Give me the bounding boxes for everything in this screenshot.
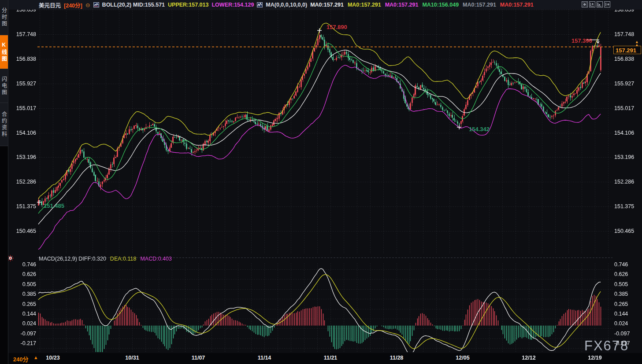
annotation-peak-high: 157.890 (327, 24, 347, 30)
boll-lower-value: LOWER:154.129 (212, 2, 254, 8)
price-tick-left: 153.196 (9, 154, 36, 160)
annotation-last-high: 157.396 (571, 37, 592, 44)
symbol-title: 美元日元 (39, 1, 61, 9)
macd-tick-right: -0.097 (614, 331, 630, 337)
collapse-icon[interactable]: ⊖ (85, 2, 90, 8)
macd-tick-left: 0.385 (9, 291, 36, 297)
ma-group-label: MA(0,0,0,10,0,0) (266, 2, 307, 8)
price-tick-left: 156.838 (9, 56, 36, 62)
price-tick-left: 154.106 (9, 130, 36, 136)
trading-app: 分时图K线图闪电图合约资料 美元日元 [240分] ⊖ BOLL(20,2) M… (0, 0, 642, 364)
macd-tick-right: 0.385 (614, 291, 628, 297)
ma-value-1: MA0:157.291 (310, 2, 344, 8)
fit-vertical-icon[interactable] (589, 1, 595, 7)
date-tick: 10/31 (125, 355, 139, 361)
macd-tick-left: 0.505 (9, 281, 36, 287)
chart-canvas[interactable] (0, 0, 642, 364)
macd-tick-right: 0.144 (614, 311, 628, 317)
date-tick: 10/23 (46, 355, 59, 361)
date-tick: 11/21 (324, 355, 338, 361)
price-tick-right: 153.196 (614, 154, 634, 160)
sidebar-tab-4[interactable]: 合约资料 (0, 103, 8, 146)
macd-tick-left: -0.097 (9, 331, 36, 337)
boll-label: BOLL(20,2) MID:155.571 (102, 2, 165, 8)
ma-indicator-icon[interactable] (257, 2, 263, 7)
boll-upper-value: UPPER:157.013 (168, 2, 208, 8)
chart-header: 美元日元 [240分] ⊖ BOLL(20,2) MID:155.571 UPP… (8, 0, 642, 10)
macd-name: MACD(26,12,9) DIFF:0.320 (39, 256, 106, 262)
sidebar: 分时图K线图闪电图合约资料 (0, 0, 8, 364)
ma-value-6: MA0:157.291 (500, 2, 534, 8)
window-controls (582, 1, 610, 7)
macd-tick-left: -0.217 (9, 340, 36, 346)
price-tick-right: 151.375 (614, 203, 634, 210)
annotation-trough-low: 154.342 (469, 126, 490, 132)
price-tick-right: 155.927 (614, 81, 634, 87)
macd-dea-value: DEA:0.118 (110, 256, 137, 262)
layout-grid-icon[interactable] (582, 1, 588, 7)
ma-value-4: MA10:156.049 (422, 2, 459, 8)
macd-hist-value: MACD:0.403 (140, 256, 172, 262)
price-tick-left: 155.927 (9, 81, 36, 87)
boll-indicator-icon[interactable] (93, 2, 99, 7)
period-label: [240分] (64, 1, 82, 9)
sidebar-tab-2[interactable]: K线图 (0, 35, 8, 69)
annotation-start-low: 151.485 (44, 202, 64, 209)
price-tick-left: 152.286 (9, 179, 36, 185)
footer-period-label[interactable]: 240分 (13, 355, 29, 363)
macd-tick-right: 0.024 (614, 320, 628, 327)
macd-tick-right: 0.505 (614, 281, 628, 287)
footer-period-arrow[interactable]: ▲ (33, 355, 38, 360)
fit-horizontal-icon[interactable] (597, 1, 603, 7)
date-tick: 12/12 (522, 355, 535, 361)
ma-values: MA0:157.291MA0:157.291MA0:157.291MA10:15… (310, 2, 533, 8)
ma-value-3: MA0:157.291 (385, 2, 419, 8)
macd-header: MACD(26,12,9) DIFF:0.320 DEA:0.118 MACD:… (39, 256, 172, 262)
macd-tick-left: 0.024 (9, 320, 36, 327)
date-tick: 12/05 (456, 355, 469, 361)
date-tick: 11/07 (192, 355, 205, 361)
sidebar-tab-1[interactable]: 分时图 (0, 0, 8, 35)
macd-tick-left: 0.626 (9, 271, 36, 277)
price-tick-right: 157.748 (614, 31, 634, 37)
pan-right-icon[interactable] (604, 1, 610, 7)
macd-tick-left: 0.746 (9, 261, 36, 268)
macd-tick-right: -0.217 (614, 340, 630, 346)
price-alert-icon: ▲▲ (635, 40, 639, 47)
ma-value-5: MA0:157.291 (463, 2, 496, 8)
date-tick: 11/28 (390, 355, 404, 361)
macd-tick-left: 0.144 (9, 311, 36, 317)
macd-tick-right: 0.265 (614, 301, 628, 307)
price-tick-right: 150.465 (614, 228, 634, 234)
price-tick-left: 150.465 (9, 228, 36, 234)
price-tick-right: 152.286 (614, 179, 634, 185)
macd-tick-right: 0.626 (614, 271, 628, 277)
price-tick-left: 157.748 (9, 31, 36, 37)
price-tick-right: 154.106 (614, 130, 634, 136)
price-tick-left: 155.017 (9, 105, 36, 111)
ma-value-2: MA0:157.291 (348, 2, 381, 8)
price-tick-right: 156.838 (614, 56, 634, 62)
macd-tick-left: 0.265 (9, 301, 36, 307)
date-tick: 12/19 (588, 355, 601, 361)
price-tick-left: 151.375 (9, 203, 36, 210)
price-tick-right: 155.017 (614, 105, 634, 111)
date-tick: 11/14 (258, 355, 271, 361)
macd-tick-right: 0.746 (614, 261, 628, 268)
sidebar-tab-3[interactable]: 闪电图 (0, 69, 8, 103)
